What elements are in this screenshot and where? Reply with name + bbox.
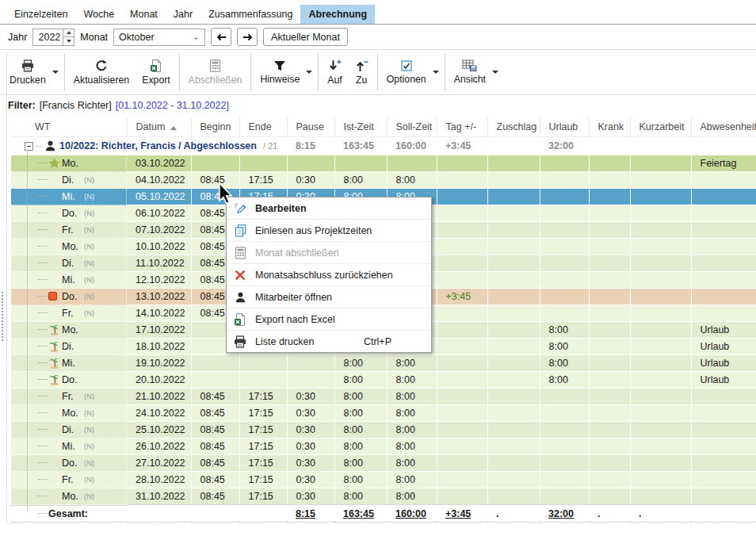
total-urlaub: 32:00 [540, 505, 589, 523]
table-row[interactable]: Mo.(N)31.10.202208:4517:150:308:008:00 [11, 488, 756, 505]
table-row[interactable]: Di.(N)25.10.202208:4517:150:308:008:00 [11, 422, 756, 439]
table-row[interactable]: Do.(N)27.10.202208:4517:150:308:008:00 [11, 455, 756, 472]
tab-jahr[interactable]: Jahr [166, 5, 200, 24]
cell-abw [691, 189, 756, 205]
cell-wt: Mo.(N) [11, 239, 127, 255]
next-month-button[interactable] [237, 28, 258, 46]
cell-wt: Mi.(N) [11, 189, 127, 205]
menu-item-einlesen-projektzeiten[interactable]: Einlesen aus Projektzeiten [227, 220, 431, 242]
year-spinner[interactable]: 2022 [32, 29, 74, 46]
cell-zuschlag [487, 172, 540, 189]
toolbar-aktualisieren-button[interactable]: Aktualisieren [67, 52, 136, 93]
table-row[interactable]: Fr.(N)21.10.202208:4517:150:308:008:00 [11, 389, 756, 405]
toolbar-auf-button[interactable]: Auf [321, 52, 348, 93]
tab-monat[interactable]: Monat [122, 5, 166, 24]
column-header-datum[interactable]: Datum [127, 117, 191, 137]
column-header-krank[interactable]: Krank [589, 117, 630, 137]
normal-day-marker: (N) [84, 275, 94, 284]
table-row[interactable]: Mi.19.10.20228:008:008:00Urlaub [11, 355, 756, 372]
group-total-soll: 160:00 [387, 137, 437, 155]
total-abw [691, 505, 756, 523]
current-month-button[interactable]: Aktueller Monat [263, 28, 348, 46]
year-spin-down-button[interactable] [63, 36, 74, 45]
column-header-soll[interactable]: Soll-Zeit [387, 117, 437, 137]
weekday-label: Fr. [62, 391, 82, 402]
tree-connector [38, 213, 48, 213]
column-header-beginn[interactable]: Beginn [191, 117, 239, 137]
cell-tag [437, 239, 487, 255]
cell-pause [287, 355, 334, 372]
table-row[interactable]: Mi.(N)26.10.202208:4517:150:308:008:00 [11, 439, 756, 455]
toolbar-abschliessen-label: Abschließen [189, 75, 242, 86]
cell-zuschlag [487, 339, 540, 355]
table-row[interactable]: Mo.(N)24.10.202208:4517:150:308:008:00 [11, 405, 756, 422]
tab-einzelzeiten[interactable]: Einzelzeiten [6, 5, 75, 24]
cell-kurzarbeit [630, 439, 691, 455]
weekday-label: Mi. [62, 274, 82, 285]
menu-item-liste-drucken[interactable]: Liste druckenCtrl+P [227, 331, 431, 352]
cell-krank [589, 255, 630, 272]
menu-item-bearbeiten[interactable]: Bearbeiten [227, 197, 431, 220]
totals-label-cell: Gesamt: [11, 505, 127, 523]
prev-month-button[interactable] [211, 28, 231, 46]
table-row[interactable]: Di.(N)04.10.202208:4517:150:308:008:00 [11, 172, 756, 189]
toolbar-optionen-button[interactable]: Optionen [380, 52, 442, 93]
menu-item-label: Monat abschließen [255, 247, 339, 259]
splitter-handle[interactable] [2, 292, 3, 341]
toolbar-export-button[interactable]: Export [136, 52, 177, 93]
menu-item-export-excel[interactable]: Export nach Excel [227, 308, 431, 331]
cell-krank [589, 172, 630, 189]
table-row[interactable]: Mo.03.10.2022Feiertag [11, 155, 756, 172]
tree-connector [38, 379, 48, 380]
chevron-down-icon[interactable] [52, 71, 59, 74]
tab-abrechnung[interactable]: Abrechnung [300, 5, 375, 24]
weekday-label: Mi. [62, 441, 82, 452]
cell-datum: 26.10.2022 [127, 439, 191, 455]
month-select[interactable]: Oktober ⌄ [113, 29, 205, 46]
column-header-kurzarbeit[interactable]: Kurzarbeit [630, 117, 691, 137]
cell-urlaub [540, 222, 589, 239]
group-total-ist: 163:45 [334, 137, 387, 155]
toolbar-ansicht-button[interactable]: Ansicht [448, 52, 502, 93]
cell-zuschlag [487, 488, 540, 505]
column-header-tag[interactable]: Tag +/- [437, 117, 487, 137]
column-header-zuschlag[interactable]: Zuschlag [487, 117, 540, 137]
left-border-line [6, 52, 7, 523]
column-header-abw[interactable]: Abwesenheit [691, 117, 756, 137]
cell-soll: 8:00 [387, 355, 437, 372]
column-header-ende[interactable]: Ende [239, 117, 287, 137]
cell-krank [589, 322, 630, 339]
tab-woche[interactable]: Woche [75, 5, 122, 24]
tree-connector [38, 496, 48, 496]
table-row[interactable]: Fr.(N)28.10.202208:4517:150:308:008:00 [11, 472, 756, 488]
tree-connector [38, 246, 48, 247]
tree-connector [38, 346, 48, 347]
filter-date-range: [01.10.2022 - 31.10.2022] [116, 100, 229, 111]
menu-item-monatsabschluss-zurueckziehen[interactable]: Monatsabschluss zurückziehen [227, 264, 431, 286]
cell-zuschlag [487, 472, 540, 488]
cell-datum: 12.10.2022 [127, 272, 191, 289]
toolbar-drucken-button[interactable]: Drucken [3, 52, 62, 93]
chevron-down-icon[interactable] [492, 71, 498, 74]
column-header-ist[interactable]: Ist-Zeit [334, 117, 387, 137]
column-header-urlaub[interactable]: Urlaub [540, 117, 589, 137]
cell-abw: Urlaub [691, 322, 756, 339]
year-value[interactable]: 2022 [33, 29, 63, 45]
chevron-down-icon[interactable] [306, 71, 312, 74]
group-row[interactable]: 10/2022: Richter, Francis / Abgeschlosse… [11, 137, 756, 155]
column-header-wt[interactable]: WT [11, 117, 127, 137]
year-spin-up-button[interactable] [63, 29, 74, 37]
toolbar-aktualisieren-label: Aktualisieren [74, 75, 129, 86]
tab-zusammenfassung[interactable]: Zusammenfassung [200, 5, 300, 24]
toolbar-separator [377, 53, 378, 91]
toolbar-hinweise-button[interactable]: Hinweise [254, 52, 315, 93]
cell-beginn [191, 155, 239, 172]
cell-beginn: 08:45 [191, 172, 239, 189]
normal-day-marker: (N) [84, 442, 94, 450]
collapse-expander-icon[interactable] [25, 142, 33, 151]
table-row[interactable]: Do.20.10.20228:008:008:00Urlaub [11, 372, 756, 389]
toolbar-zu-button[interactable]: Zu [349, 52, 375, 93]
chevron-down-icon[interactable] [433, 71, 439, 74]
column-header-pause[interactable]: Pause [287, 117, 334, 137]
menu-item-mitarbeiter-oeffnen[interactable]: Mitarbeiter öffnen [227, 286, 431, 308]
